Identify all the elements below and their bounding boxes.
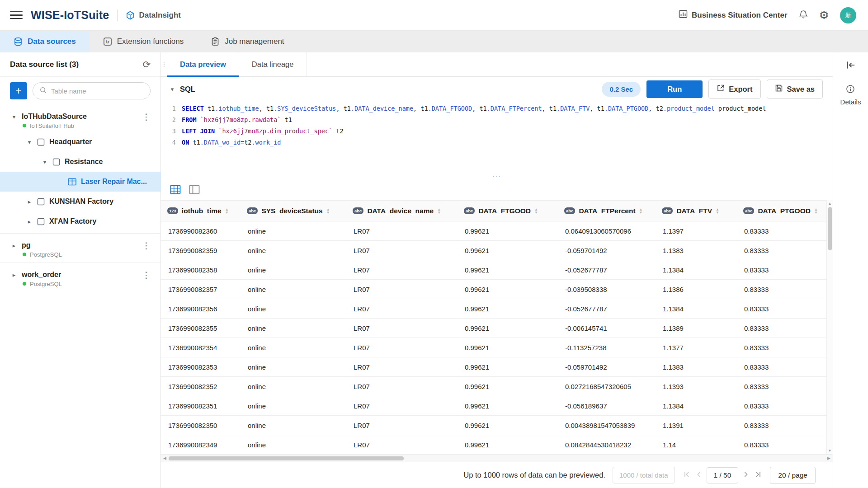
column-header-SYS_deviceStatus[interactable]: abcSYS_deviceStatus▲▼ — [241, 201, 346, 221]
column-view-button[interactable] — [189, 185, 200, 196]
module-switcher[interactable]: DataInsight — [126, 11, 181, 20]
bell-icon — [798, 9, 808, 21]
tab-data-lineage[interactable]: Data lineage — [239, 52, 307, 76]
save-as-button[interactable]: Save as — [767, 80, 823, 99]
avatar[interactable]: 新 — [840, 7, 856, 23]
notifications-button[interactable] — [798, 9, 808, 21]
next-page-button[interactable] — [741, 469, 750, 481]
grid-view-button[interactable] — [170, 185, 181, 196]
nav-tab-data-sources[interactable]: Data sources — [0, 31, 90, 52]
sort-icon[interactable]: ▲▼ — [225, 208, 229, 214]
bar-chart-icon — [679, 9, 688, 21]
table-cell: 0.99621 — [458, 357, 558, 377]
page-indicator[interactable]: 1 / 50 — [707, 467, 739, 483]
scroll-right-icon[interactable]: ▶ — [827, 456, 830, 460]
app-body: Data source list (3) ⟳ + ▾IoTHubDataSour… — [0, 52, 868, 488]
table-row-item[interactable]: Laser Repair Mac... — [0, 172, 160, 192]
more-menu-button[interactable]: ⋮ — [142, 112, 151, 122]
caret-right-icon[interactable]: ▸ — [11, 242, 17, 249]
more-menu-button[interactable]: ⋮ — [142, 270, 151, 280]
folder-row[interactable]: ▾Resistance — [0, 152, 160, 172]
table-row: 1736990082352onlineLR070.996210.02721685… — [161, 377, 833, 396]
sql-editor[interactable]: 1234 SELECT t1.iothub_time, t1.SYS_devic… — [161, 101, 833, 172]
nav-tab-job-management[interactable]: Job management — [197, 31, 297, 52]
column-header-DATA_FTGOOD[interactable]: abcDATA_FTGOOD▲▼ — [458, 201, 558, 221]
sort-icon[interactable]: ▲▼ — [716, 208, 719, 214]
caret-right-icon[interactable]: ▸ — [11, 272, 17, 278]
column-header-DATA_FTPercent[interactable]: abcDATA_FTPercent▲▼ — [558, 201, 656, 221]
table-cell: LR07 — [346, 221, 458, 241]
pagination: 1 / 50 — [682, 467, 763, 483]
column-header-DATA_PTGOOD[interactable]: abcDATA_PTGOOD▲▼ — [737, 201, 833, 221]
main-panel: ⋮ Data previewData lineage ▾ SQL 0.2 Sec… — [161, 52, 833, 488]
sort-icon[interactable]: ▲▼ — [326, 208, 330, 214]
nav-tab-extension-functions[interactable]: fxExtension functions — [90, 31, 197, 52]
caret-down-icon[interactable]: ▾ — [26, 139, 33, 145]
folder-row[interactable]: ▾Headquarter — [0, 132, 160, 152]
column-type-icon-abc: abc — [353, 207, 363, 215]
expand-details-button[interactable] — [845, 60, 856, 72]
caret-right-icon[interactable]: ▸ — [26, 198, 33, 205]
table-row: 1736990082355onlineLR070.99621-0.0061457… — [161, 319, 833, 338]
datasource-type-label: IoTSuite/IoT Hub — [30, 122, 74, 129]
table-row: 1736990082357onlineLR070.99621-0.0395083… — [161, 280, 833, 299]
sql-section-toggle[interactable]: ▾ SQL — [169, 85, 195, 94]
horizontal-scrollbar-thumb[interactable] — [169, 456, 404, 460]
export-label: Export — [729, 85, 752, 94]
more-menu-button[interactable]: ⋮ — [142, 240, 151, 251]
refresh-button[interactable]: ⟳ — [142, 59, 151, 70]
table-search-input[interactable] — [51, 87, 144, 95]
column-header-DATA_FTV[interactable]: abcDATA_FTV▲▼ — [656, 201, 737, 221]
scroll-left-icon[interactable]: ◀ — [163, 456, 166, 460]
table-cell: 1736990082358 — [161, 260, 241, 280]
folder-row[interactable]: ▸KUNSHAN Factory — [0, 192, 160, 211]
caret-down-icon[interactable]: ▾ — [42, 159, 48, 165]
business-situation-center-link[interactable]: Business Situation Center — [679, 9, 788, 21]
horizontal-scrollbar[interactable]: ◀ ▶ — [161, 454, 833, 462]
search-icon — [39, 86, 47, 96]
info-icon — [846, 84, 855, 95]
caret-down-icon[interactable]: ▾ — [11, 113, 17, 120]
tab-data-preview[interactable]: Data preview — [167, 52, 239, 76]
column-header-DATA_device_name[interactable]: abcDATA_device_name▲▼ — [346, 201, 458, 221]
resize-dots-icon: ··· — [493, 173, 501, 179]
sort-icon[interactable]: ▲▼ — [639, 208, 643, 214]
export-icon — [717, 84, 725, 94]
column-label: SYS_deviceStatus — [261, 207, 322, 215]
caret-right-icon[interactable]: ▸ — [26, 218, 33, 225]
add-datasource-button[interactable]: + — [10, 82, 27, 99]
scroll-up-icon[interactable]: ▲ — [828, 202, 832, 206]
next-page-icon — [742, 471, 750, 479]
prev-page-button[interactable] — [694, 469, 703, 481]
table-cell: 1.1384 — [656, 260, 737, 280]
sort-icon[interactable]: ▲▼ — [814, 208, 818, 214]
sort-icon[interactable]: ▲▼ — [534, 208, 538, 214]
panel-resize-handle[interactable]: ··· — [161, 172, 833, 180]
tree-item: ▸work_order⋮PostgreSQL — [0, 263, 160, 290]
page-size-select[interactable]: 20 / page — [770, 467, 816, 484]
panel-drag-handle[interactable]: ⋮ — [161, 52, 167, 76]
last-page-button[interactable] — [754, 469, 763, 481]
scroll-down-icon[interactable]: ▼ — [828, 449, 832, 453]
folder-row[interactable]: ▸XI'AN Factory — [0, 211, 160, 231]
table-cell: online — [241, 338, 346, 357]
first-page-button[interactable] — [682, 469, 691, 481]
settings-button[interactable]: ⚙ — [819, 9, 829, 21]
hamburger-menu-button[interactable] — [10, 10, 23, 21]
run-button[interactable]: Run — [646, 80, 703, 98]
vertical-scrollbar[interactable]: ▲ ▼ — [826, 200, 833, 454]
export-button[interactable]: Export — [708, 80, 760, 99]
table-cell: LR07 — [346, 241, 458, 260]
table-cell: online — [241, 357, 346, 377]
vertical-scrollbar-thumb[interactable] — [828, 207, 832, 250]
table-cell: 1736990082353 — [161, 357, 241, 377]
sql-actions: 0.2 Sec Run Export Save as — [602, 80, 823, 99]
sort-icon[interactable]: ▲▼ — [437, 208, 441, 214]
table-cell: 1736990082350 — [161, 416, 241, 435]
table-cell: 1736990082357 — [161, 280, 241, 299]
tree-node-label: IoTHubDataSource — [22, 113, 87, 121]
table-cell: 0.83333 — [737, 357, 833, 377]
details-tab[interactable]: Details — [840, 84, 861, 106]
preview-tabs: ⋮ Data previewData lineage — [161, 52, 833, 77]
column-header-iothub_time[interactable]: 123iothub_time▲▼ — [161, 201, 241, 221]
